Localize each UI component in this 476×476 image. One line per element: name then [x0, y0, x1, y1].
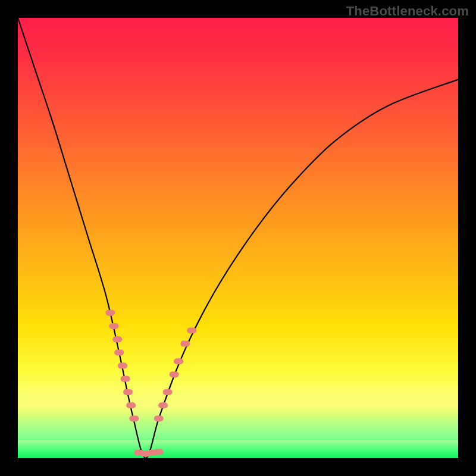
data-marker — [109, 323, 118, 329]
marker-group — [105, 310, 196, 457]
data-marker — [121, 376, 130, 382]
data-marker — [123, 389, 133, 395]
data-marker — [114, 349, 124, 355]
data-marker — [126, 402, 136, 408]
watermark-text: TheBottleneck.com — [346, 4, 469, 19]
data-marker — [112, 336, 122, 342]
data-marker — [105, 310, 115, 316]
bottleneck-curve — [18, 18, 458, 458]
data-marker — [174, 358, 183, 364]
plot-area — [18, 18, 458, 458]
data-marker — [154, 415, 164, 421]
chart-frame: TheBottleneck.com — [0, 0, 476, 476]
data-marker — [118, 363, 127, 369]
data-marker — [163, 389, 173, 395]
data-marker — [129, 415, 139, 421]
curve-layer — [18, 18, 458, 458]
data-marker — [154, 449, 164, 455]
data-marker — [170, 371, 179, 377]
data-marker — [158, 402, 168, 408]
data-marker — [187, 327, 196, 333]
data-marker — [180, 341, 190, 347]
